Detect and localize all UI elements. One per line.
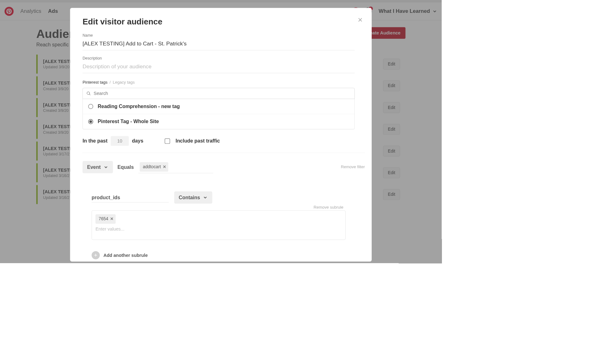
contains-dropdown[interactable]: Contains [174,191,212,204]
description-label: Description [82,56,359,60]
filter-row: Event Equals addtocart ✕ Remove filter [82,161,365,173]
tag-list: Reading Comprehension - new tag Pinteres… [82,99,355,129]
value-chip: 7654 ✕ [95,214,116,224]
tag-option[interactable]: Pinterest Tag - Whole Site [83,114,354,129]
tag-option[interactable]: Reading Comprehension - new tag [83,99,354,114]
include-past-checkbox[interactable] [165,138,170,143]
event-dropdown-label: Event [87,164,101,170]
subrule-values-box[interactable]: 7654 ✕ [92,211,346,240]
remove-chip-icon[interactable]: ✕ [110,216,114,221]
include-past-label: Include past traffic [176,138,220,144]
name-label: Name [82,33,359,38]
past-days-row: In the past days Include past traffic [82,136,365,153]
tag-search-input[interactable] [94,91,351,96]
contains-label: Contains [179,195,200,200]
chevron-down-icon [104,164,109,169]
tag-tabs: Pinterest tags / Legacy tags [82,80,359,85]
equals-label: Equals [117,164,134,170]
past-suffix: days [132,138,143,144]
past-prefix: In the past [82,138,108,144]
radio-icon [88,104,93,109]
remove-chip-icon[interactable]: ✕ [163,164,166,169]
event-value-input[interactable]: addtocart ✕ [138,161,213,173]
remove-filter-link[interactable]: Remove filter [341,165,365,169]
tab-legacy-tags[interactable]: Legacy tags [113,80,135,84]
chevron-down-icon [203,195,208,200]
subrule-block: Contains Remove subrule 7654 ✕ [92,191,364,240]
search-icon [86,91,91,96]
days-input[interactable] [111,136,129,146]
tag-search-box[interactable] [82,88,355,99]
add-subrule-button[interactable]: + Add another subrule [92,251,359,259]
tag-option-label: Reading Comprehension - new tag [98,103,180,109]
event-chip: addtocart ✕ [140,162,168,172]
tab-pinterest-tags[interactable]: Pinterest tags [82,80,108,84]
value-chip-label: 7654 [99,216,109,221]
event-dropdown[interactable]: Event [82,161,113,173]
edit-audience-modal: × Edit visitor audience Name Description… [70,8,372,262]
remove-subrule-link[interactable]: Remove subrule [314,205,343,210]
add-subrule-label: Add another subrule [104,253,148,258]
values-input[interactable] [95,226,342,232]
plus-icon: + [92,251,100,259]
tag-option-label: Pinterest Tag - Whole Site [98,119,159,125]
name-input[interactable] [82,39,355,50]
modal-title: Edit visitor audience [82,17,359,26]
event-chip-label: addtocart [143,164,161,169]
radio-icon [88,119,93,124]
close-icon[interactable]: × [358,16,363,24]
description-input[interactable] [82,62,355,73]
subrule-field-input[interactable] [92,193,169,202]
